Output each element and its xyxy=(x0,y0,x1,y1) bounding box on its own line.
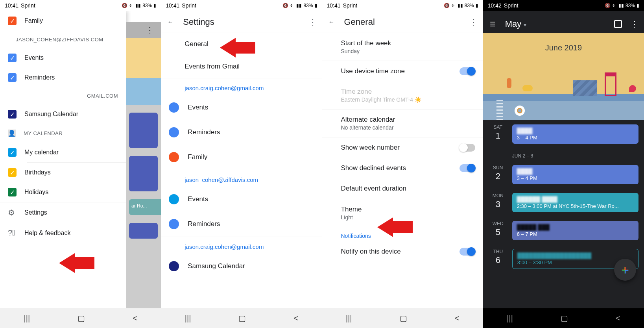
account-header-2[interactable]: GMAIL.COM xyxy=(0,87,126,104)
account-header-1[interactable]: JASON_COHEN@ZIFFDAVIS.COM xyxy=(0,31,126,48)
back-icon[interactable]: ← xyxy=(327,17,336,27)
overflow-icon[interactable]: ⋮ xyxy=(308,17,317,27)
agenda-day: SAT1 ████3 – 4 PM xyxy=(483,120,644,148)
screen-1-drawer: 10:41Sprint 🔇ᯤ▮▮83%▮ ⋮ ar Ro... ✓ Family… xyxy=(0,0,161,328)
toggle[interactable] xyxy=(459,144,475,152)
signal-icon: ▮▮ xyxy=(135,3,141,8)
checkbox-icon[interactable]: ✓ xyxy=(8,188,17,196)
battery-icon: ▮ xyxy=(153,3,156,8)
month-dropdown[interactable]: May ▾ xyxy=(505,19,527,29)
notifications-section: Notifications xyxy=(322,227,483,241)
color-dot-icon xyxy=(169,219,179,229)
calendar-events-1[interactable]: ✓ Events xyxy=(0,48,126,68)
mute-icon: 🔇 xyxy=(605,3,611,8)
default-event-duration[interactable]: Default event duration xyxy=(322,178,483,199)
calendar-mycalendar[interactable]: ✓ My calendar xyxy=(0,143,126,162)
checkbox-icon[interactable]: ✓ xyxy=(8,168,17,177)
android-nav-bar: ||| ▢ < xyxy=(0,308,161,328)
android-nav-bar: ||| ▢ < xyxy=(161,308,322,328)
month-header-illustration: June 2019 xyxy=(483,33,644,120)
recents-icon[interactable]: ||| xyxy=(507,314,513,323)
toggle[interactable] xyxy=(459,67,475,75)
start-of-week[interactable]: Start of the weekSunday xyxy=(322,33,483,61)
checkbox-icon[interactable]: ✓ xyxy=(8,54,17,62)
show-declined-events[interactable]: Show declined events xyxy=(322,158,483,178)
hamburger-icon[interactable]: ☰ xyxy=(488,19,497,29)
back-icon[interactable]: ← xyxy=(166,17,175,27)
create-event-fab[interactable]: ＋ xyxy=(614,259,636,281)
toggle[interactable] xyxy=(459,248,475,256)
event-item[interactable]: █████ ███6 – 7 PM xyxy=(512,221,638,240)
navigation-drawer: ✓ Family JASON_COHEN@ZIFFDAVIS.COM ✓ Eve… xyxy=(0,11,126,308)
back-icon[interactable]: < xyxy=(616,314,620,323)
color-dot-icon xyxy=(169,194,179,204)
cal-events-2[interactable]: Events xyxy=(161,187,322,212)
today-icon[interactable] xyxy=(614,20,622,28)
calendar-birthdays[interactable]: ✓ Birthdays xyxy=(0,163,126,182)
overflow-icon[interactable]: ⋮ xyxy=(469,17,478,27)
avatar: 👤 xyxy=(8,130,16,137)
calendar-holidays[interactable]: ✓ Holidays xyxy=(0,182,126,202)
app-bar: ☰ May ▾ ⋮ xyxy=(483,11,644,33)
account-label: jason.craig.cohen@gmail.com xyxy=(161,237,322,254)
gear-icon: ⚙ xyxy=(8,208,17,217)
app-bar: ← Settings ⋮ xyxy=(161,11,322,33)
battery-icon: ▮ xyxy=(637,3,639,8)
agenda-list[interactable]: SAT1 ████3 – 4 PM JUN 2 – 8 SUN2 ████3 –… xyxy=(483,120,644,308)
home-icon[interactable]: ▢ xyxy=(78,313,85,323)
use-device-timezone[interactable]: Use device time zone xyxy=(322,61,483,82)
overflow-icon[interactable]: ⋮ xyxy=(146,25,154,35)
event-item[interactable]: ██████ ████2:30 – 3:00 PM at NYC 5th-15-… xyxy=(512,193,638,212)
calendar-family[interactable]: ✓ Family xyxy=(0,11,126,31)
agenda-day: SUN2 ████3 – 4 PM xyxy=(483,160,644,188)
notify-on-device[interactable]: Notify on this device xyxy=(322,241,483,262)
toggle[interactable] xyxy=(459,164,475,172)
back-icon[interactable]: < xyxy=(133,314,137,323)
week-label: JUN 2 – 8 xyxy=(483,148,644,160)
battery-icon: ▮ xyxy=(476,3,478,8)
back-icon[interactable]: < xyxy=(455,314,459,323)
page-title: General xyxy=(344,17,375,27)
show-week-number[interactable]: Show week number xyxy=(322,137,483,158)
recents-icon[interactable]: ||| xyxy=(346,314,352,323)
theme[interactable]: ThemeLight xyxy=(322,199,483,227)
home-icon[interactable]: ▢ xyxy=(238,313,246,323)
screen-2-settings: 10:41Sprint 🔇ᯤ▮▮83%▮ ← Settings ⋮ Genera… xyxy=(161,0,322,328)
recents-icon[interactable]: ||| xyxy=(24,314,30,323)
cal-reminders-2[interactable]: Reminders xyxy=(161,212,322,237)
calendar-samsung[interactable]: ✓ Samsung Calendar xyxy=(0,104,126,124)
checkbox-icon[interactable]: ✓ xyxy=(8,17,17,25)
event-item[interactable]: ████3 – 4 PM xyxy=(512,165,638,184)
calendar-reminders-1[interactable]: ✓ Reminders xyxy=(0,68,126,87)
checkbox-icon[interactable]: ✓ xyxy=(8,110,17,119)
settings-general[interactable]: General xyxy=(161,33,322,56)
back-icon[interactable]: < xyxy=(293,314,298,323)
cal-samsung[interactable]: Samsung Calendar xyxy=(161,254,322,279)
cal-family[interactable]: Family xyxy=(161,145,322,170)
status-bar: 10:42Sprint 🔇ᯤ▮▮83%▮ xyxy=(483,0,644,11)
event-item[interactable]: ████3 – 4 PM xyxy=(512,124,638,144)
mute-icon: 🔇 xyxy=(122,3,127,8)
color-dot-icon xyxy=(169,127,179,137)
help-item[interactable]: ?⃝ Help & feedback xyxy=(0,223,126,243)
cal-events[interactable]: Events xyxy=(161,95,322,120)
settings-events-from-gmail[interactable]: Events from Gmail xyxy=(161,56,322,78)
account-header-mycal[interactable]: 👤 MY CALENDAR xyxy=(0,124,126,143)
wifi-icon: ᯤ xyxy=(612,3,617,8)
home-icon[interactable]: ▢ xyxy=(561,313,568,323)
checkbox-icon[interactable]: ✓ xyxy=(8,73,17,82)
help-icon: ?⃝ xyxy=(8,228,17,237)
chevron-down-icon: ▾ xyxy=(524,22,526,28)
wifi-icon: ᯤ xyxy=(451,3,456,8)
checkbox-icon[interactable]: ✓ xyxy=(8,148,17,157)
status-bar: 10:41Sprint 🔇ᯤ▮▮83%▮ xyxy=(161,0,322,11)
recents-icon[interactable]: ||| xyxy=(185,314,191,323)
alternate-calendar[interactable]: Alternate calendarNo alternate calendar xyxy=(322,109,483,137)
home-icon[interactable]: ▢ xyxy=(400,313,407,323)
account-label: jason.craig.cohen@gmail.com xyxy=(161,78,322,95)
cal-reminders[interactable]: Reminders xyxy=(161,120,322,145)
overflow-icon[interactable]: ⋮ xyxy=(630,19,639,29)
screen-3-general: 10:41Sprint 🔇ᯤ▮▮83%▮ ← General ⋮ Start o… xyxy=(322,0,483,328)
settings-item[interactable]: ⚙ Settings xyxy=(0,202,126,223)
app-bar: ← General ⋮ xyxy=(322,11,483,33)
